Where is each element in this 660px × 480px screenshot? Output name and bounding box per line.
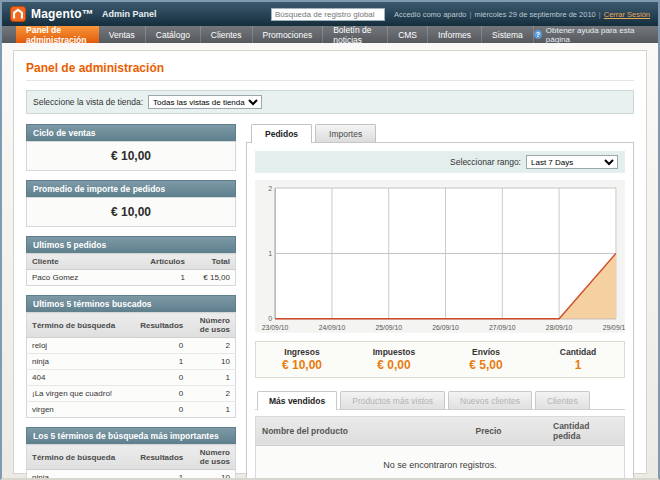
total-value: € 5,00 [440,358,532,372]
table-cell: virgen [27,402,136,418]
store-switcher: Seleccione la vista de tienda: Todas las… [26,90,634,114]
logout-link[interactable]: Cerrar Sesión [604,10,650,19]
table-row[interactable]: ninja110 [27,354,236,370]
svg-text:27/09/10: 27/09/10 [489,324,516,331]
table-cell: reloj [27,338,136,354]
orders-chart: 01223/09/1024/09/1025/09/1026/09/1027/09… [255,180,625,333]
empty-grid-message: No se encontraron registros. [256,445,625,480]
nav-item-ventas[interactable]: Ventas [99,26,146,43]
section-header: Ciclo de ventas [26,124,236,141]
total-ingresos: Ingresos€ 10,00 [256,347,348,372]
main-panel: Panel de administración Seleccione la vi… [13,50,647,474]
svg-text:28/09/10: 28/09/10 [546,324,573,331]
table-cell: 2 [188,386,235,402]
total-label: Ingresos [256,347,348,357]
total-impuestos: Impuestos€ 0,00 [348,347,440,372]
total-label: Cantidad [532,347,624,357]
nav-item-catálogo[interactable]: Catálogo [146,26,201,43]
dashboard-sidebar: Ciclo de ventas € 10,00 Promedio de impo… [26,124,236,480]
bestsellers-grid: Nombre del producto Precio Cantidad pedi… [255,416,625,480]
table-row[interactable]: Paco Gomez1€ 15,00 [27,270,236,286]
table-cell: ninja [27,470,136,480]
global-search-input[interactable] [271,8,385,21]
sidebar-table-ultimos-5-pedidos: Ultimos 5 pedidosClienteArtículosTotalPa… [26,236,236,286]
data-table: Término de búsquedaResultadosNúmero de u… [26,444,236,480]
column-header: Resultados [135,313,188,338]
svg-text:25/09/10: 25/09/10 [375,324,402,331]
nav-item-boletín-de-noticias[interactable]: Boletín de noticias [323,26,388,43]
column-header: Resultados [135,445,188,470]
nav-item-promociones[interactable]: Promociones [253,26,324,43]
nav-item-panel-de-administración[interactable]: Panel de administración [16,26,99,43]
tab-nuevos-clientes[interactable]: Nuevos clientes [448,391,532,409]
column-header: Cantidad pedida [547,416,625,445]
tab-más-vendidos[interactable]: Más vendidos [257,391,337,410]
table-cell: ninja [27,354,136,370]
top-header: Magento™ Admin Panel Accedió como apardo… [2,2,658,26]
nav-item-cms[interactable]: CMS [388,26,428,43]
sidebar-table-los-5-términos-de-búsqueda-más-importantes: Los 5 términos de búsqueda más important… [26,427,236,480]
table-row[interactable]: reloj02 [27,338,236,354]
logo-title: Magento™ [31,7,94,21]
total-value: 1 [532,358,624,372]
nav-item-sistema[interactable]: Sistema [482,26,534,43]
range-select[interactable]: Last 7 Days [526,155,618,169]
svg-text:2: 2 [268,185,272,192]
column-header: Término de búsqueda [27,313,136,338]
svg-text:23/09/10: 23/09/10 [262,324,289,331]
table-cell: 0 [135,386,188,402]
tab-clientes[interactable]: Clientes [535,391,590,409]
help-link[interactable]: ? Obtener ayuda para esta página [534,26,658,43]
tab-importes[interactable]: Importes [315,124,376,142]
tab-pedidos[interactable]: Pedidos [251,124,312,143]
column-header: Total [190,254,236,270]
table-row[interactable]: virgen01 [27,402,236,418]
table-cell: 1 [188,402,235,418]
current-date: miércoles 29 de septiembre de 2010 [474,10,595,19]
nav-item-informes[interactable]: Informes [428,26,482,43]
table-row[interactable]: 40401 [27,370,236,386]
svg-text:1: 1 [268,250,272,257]
help-icon: ? [534,30,542,39]
table-cell: 0 [135,370,188,386]
total-value: € 0,00 [348,358,440,372]
data-table: ClienteArtículosTotalPaco Gomez1€ 15,00 [26,253,236,286]
account-info: Accedió como apardo|miércoles 29 de sept… [394,10,650,19]
logged-in-as: Accedió como apardo [394,10,467,19]
store-switcher-label: Seleccione la vista de tienda: [33,97,143,107]
table-row[interactable]: ¡La virgen que cuadro!02 [27,386,236,402]
sidebar-table-ultimos-5-términos-buscados: Ultimos 5 términos buscadosTérmino de bú… [26,295,236,418]
tab-productos-más-vistos[interactable]: Productos más vistos [340,391,445,409]
table-cell: 1 [188,370,235,386]
table-cell: 2 [188,338,235,354]
range-label: Seleccionar rango: [450,157,521,167]
nav-item-clientes[interactable]: Clientes [201,26,253,43]
table-cell: 1 [135,270,190,286]
lifetime-sales-value: € 10,00 [26,141,236,171]
table-cell: 0 [135,402,188,418]
table-row[interactable]: ninja110 [27,470,236,480]
column-header: Artículos [135,254,190,270]
content-area: Panel de administración Seleccione la vi… [2,43,658,480]
column-header: Precio [470,416,547,445]
table-cell: 10 [188,354,235,370]
page-title: Panel de administración [26,61,634,81]
average-orders-value: € 10,00 [26,197,236,227]
table-cell: 1 [135,470,188,480]
svg-text:26/09/10: 26/09/10 [432,324,459,331]
magento-logo-icon [10,6,26,22]
orders-amounts-tabs: Pedidos Importes [246,124,634,142]
store-view-select[interactable]: Todas las vistas de tienda [148,95,262,109]
section-header: Ultimos 5 términos buscados [26,295,236,312]
table-cell: 0 [135,338,188,354]
total-label: Envíos [440,347,532,357]
column-header: Número de usos [188,445,235,470]
table-cell: 1 [135,354,188,370]
logo-subtitle: Admin Panel [102,9,157,19]
column-header: Número de usos [188,313,235,338]
table-cell: ¡La virgen que cuadro! [27,386,136,402]
data-table: Término de búsquedaResultadosNúmero de u… [26,312,236,418]
help-label: Obtener ayuda para esta página [546,26,648,44]
column-header: Término de búsqueda [27,445,136,470]
svg-text:29/09/10: 29/09/10 [603,324,625,331]
